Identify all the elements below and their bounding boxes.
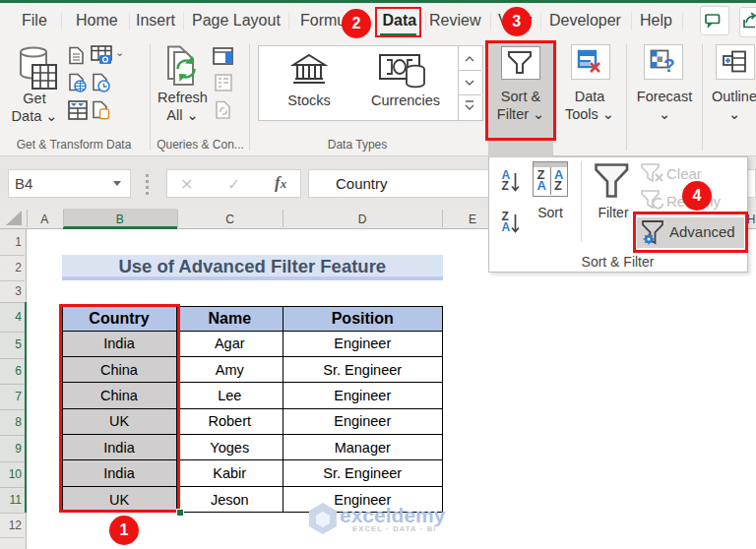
svg-text:?: ?	[663, 55, 675, 75]
